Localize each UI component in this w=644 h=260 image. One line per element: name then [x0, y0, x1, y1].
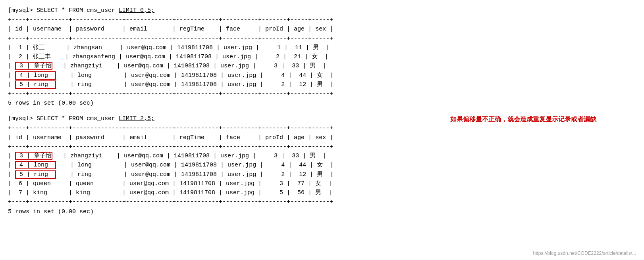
- table-row: | 7 | king | king | user@qq.com | 141981…: [8, 189, 332, 196]
- table-row-highlighted: | 5 | ring | ring | user@qq.com | 141981…: [8, 80, 334, 89]
- table-row-highlighted: | 5 | ring | ring | user@qq.com | 141981…: [8, 170, 334, 179]
- highlight-id3-q2: 3 | 章子怡: [15, 152, 52, 160]
- table-row-highlighted: | 3 | 章子怡 | zhangziyi | user@qq.com | 14…: [8, 152, 326, 160]
- query1-section: [mysql> SELECT * FROM cms_user LIMIT 0,5…: [8, 7, 636, 107]
- table-row-highlighted: | 4 | long | long | user@qq.com | 141981…: [8, 161, 334, 169]
- query2-header: | id | username | password | email | reg…: [8, 134, 333, 141]
- query2-sep-top: +----+-----------+--------------+-------…: [8, 125, 333, 132]
- highlight-id3-q1: 3 | 章子怡: [15, 62, 52, 70]
- query1-sep-bottom: +----+-----------+--------------+-------…: [8, 90, 333, 97]
- query1-table: +----+-----------+--------------+-------…: [8, 15, 636, 98]
- highlight-id4-q2: 4 | long: [15, 161, 56, 169]
- query2-rows-info: 5 rows in set (0.00 sec): [8, 208, 636, 215]
- query2-table: +----+-----------+--------------+-------…: [8, 124, 636, 206]
- query2-section: [mysql> SELECT * FROM cms_user LIMIT 2,5…: [8, 115, 636, 215]
- table-row: | 1 | 张三 | zhangsan | user@qq.com | 1419…: [8, 44, 330, 51]
- query2-sep-bottom: +----+-----------+--------------+-------…: [8, 199, 333, 205]
- query2-limit: LIMIT 2,5;: [119, 115, 154, 122]
- query1-limit: LIMIT 0,5;: [119, 7, 154, 14]
- query2-sep-header: +----+-----------+--------------+-------…: [8, 143, 333, 150]
- query1-header: | id | username | password | email | reg…: [8, 26, 333, 32]
- table-row-highlighted: | 3 | 章子怡 | zhangziyi | user@qq.com | 14…: [8, 62, 326, 70]
- highlight-id4-q1: 4 | long: [15, 71, 56, 80]
- query1-command: [mysql> SELECT * FROM cms_user LIMIT 0,5…: [8, 7, 636, 14]
- table-row: | 6 | queen | queen | user@qq.com | 1419…: [8, 180, 332, 187]
- query1-sep-header: +----+-----------+--------------+-------…: [8, 35, 333, 42]
- query1-rows-info: 5 rows in set (0.00 sec): [8, 100, 636, 107]
- table-row-highlighted: | 4 | long | long | user@qq.com | 141981…: [8, 71, 334, 80]
- table-row: | 2 | 张三丰 | zhangsanfeng | user@qq.com |…: [8, 54, 328, 60]
- query1-sep-top: +----+-----------+--------------+-------…: [8, 17, 333, 23]
- highlight-id5-q2: 5 | ring: [15, 170, 56, 179]
- highlight-id5-q1: 5 | ring: [15, 80, 56, 89]
- warning-message: 如果偏移量不正确，就会造成重复显示记录或者漏缺: [450, 115, 596, 124]
